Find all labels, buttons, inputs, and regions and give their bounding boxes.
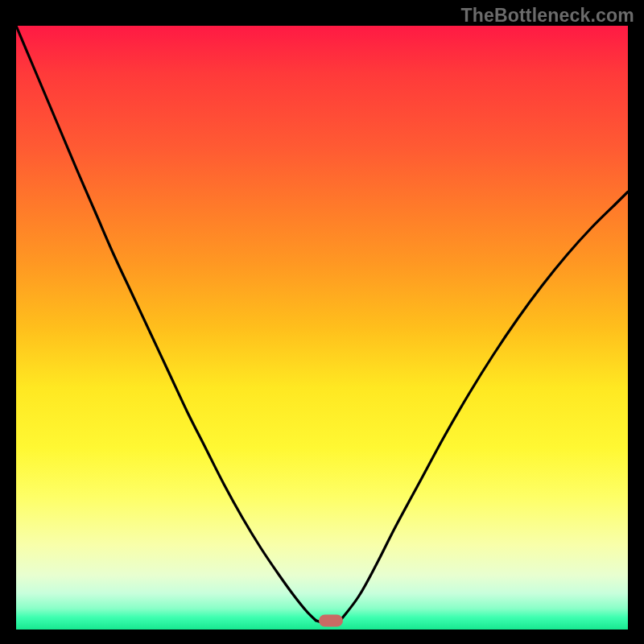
curve-right: [341, 192, 628, 621]
curve-svg: [16, 26, 628, 630]
bottleneck-marker: [319, 614, 343, 626]
chart-container: TheBottleneck.com: [0, 0, 644, 644]
curve-left: [16, 26, 316, 621]
watermark-text: TheBottleneck.com: [460, 5, 634, 27]
